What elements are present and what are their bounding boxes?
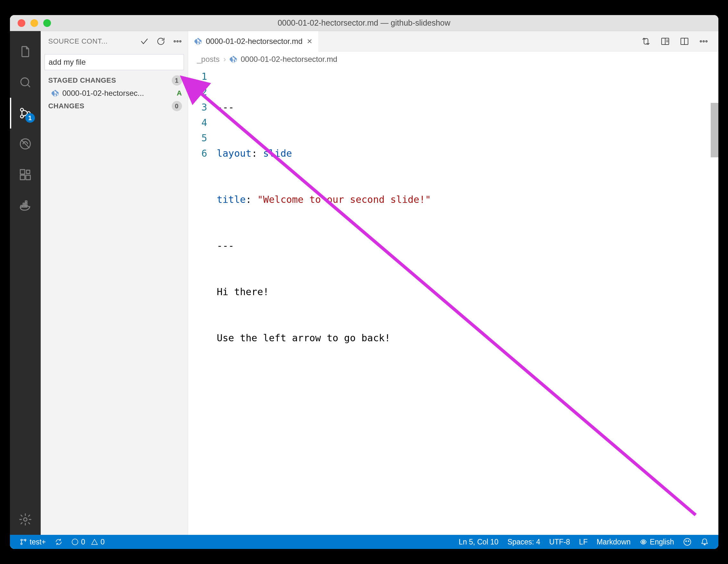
docker-view-icon[interactable]	[10, 190, 41, 221]
commit-icon[interactable]	[139, 36, 149, 46]
breadcrumbs[interactable]: _posts › 0000-01-02-hectorsector.md	[188, 52, 718, 67]
status-indentation[interactable]: Spaces: 4	[503, 535, 545, 549]
window-controls	[10, 19, 51, 27]
tab-bar: 0000-01-02-hectorsector.md ×	[188, 31, 718, 52]
titlebar: 0000-01-02-hectorsector.md — github-slid…	[10, 15, 718, 31]
svg-point-12	[179, 41, 181, 42]
scm-header-actions	[139, 36, 183, 46]
minimap[interactable]	[711, 103, 718, 157]
svg-point-10	[174, 41, 176, 42]
code-editor[interactable]: 123456 --- layout: slide title: "Welcome…	[188, 67, 718, 535]
window-title: 0000-01-02-hectorsector.md — github-slid…	[10, 18, 718, 28]
editor-tab-active[interactable]: 0000-01-02-hectorsector.md ×	[188, 31, 319, 52]
file-git-icon	[52, 90, 59, 97]
commit-message-input[interactable]	[45, 54, 184, 70]
code-content: --- layout: slide title: "Welcome to our…	[217, 67, 718, 535]
staged-file-status: A	[177, 89, 182, 97]
settings-gear-icon[interactable]	[10, 504, 41, 535]
staged-changes-header[interactable]: STAGED CHANGES 1	[41, 73, 188, 87]
svg-point-9	[23, 518, 27, 521]
svg-point-17	[706, 40, 707, 42]
search-view-icon[interactable]	[10, 67, 41, 98]
svg-point-24	[685, 541, 686, 542]
svg-rect-8	[26, 170, 30, 174]
tab-file-name: 0000-01-02-hectorsector.md	[206, 37, 303, 46]
chevron-right-icon: ›	[223, 55, 226, 64]
tab-file-icon	[194, 38, 202, 45]
status-feedback-icon[interactable]	[679, 535, 696, 549]
tab-close-icon[interactable]: ×	[307, 37, 312, 46]
staged-changes-label: STAGED CHANGES	[48, 76, 116, 85]
scm-panel-title: SOURCE CONT...	[48, 37, 139, 46]
extensions-view-icon[interactable]	[10, 159, 41, 190]
status-sync[interactable]	[50, 535, 67, 549]
close-window[interactable]	[18, 19, 25, 27]
explorer-view-icon[interactable]	[10, 36, 41, 67]
staged-file-name: 0000-01-02-hectorsec...	[62, 89, 173, 98]
minimize-window[interactable]	[30, 19, 38, 27]
svg-rect-7	[26, 175, 30, 180]
debug-view-icon[interactable]	[10, 129, 41, 159]
editor-actions	[640, 36, 718, 47]
staged-file-row[interactable]: 0000-01-02-hectorsec... A	[41, 87, 188, 99]
breadcrumb-file-icon	[230, 56, 237, 63]
refresh-icon[interactable]	[156, 36, 166, 46]
scm-view-icon[interactable]: 1	[10, 98, 41, 129]
preview-icon[interactable]	[659, 36, 671, 47]
status-problems[interactable]: 0 0	[67, 535, 109, 549]
status-branch[interactable]: test+	[15, 535, 51, 549]
svg-point-16	[703, 40, 704, 42]
workbench-body: 1 SOURCE CONT...	[10, 31, 718, 535]
activity-bar: 1	[10, 31, 41, 535]
status-bar: test+ 0 0 Ln 5, Col 10 Spaces: 4 UTF-8 L…	[10, 535, 718, 549]
more-icon[interactable]	[172, 36, 183, 46]
svg-point-15	[700, 40, 702, 42]
svg-point-23	[684, 538, 691, 545]
staged-changes-count: 1	[172, 75, 182, 86]
changes-header[interactable]: CHANGES 0	[41, 99, 188, 113]
breadcrumb-folder: _posts	[197, 55, 220, 64]
status-notifications-icon[interactable]	[696, 535, 713, 549]
commit-message-wrap	[41, 52, 188, 73]
status-language[interactable]: Markdown	[592, 535, 635, 549]
zoom-window[interactable]	[43, 19, 51, 27]
status-eol[interactable]: LF	[575, 535, 592, 549]
editor-more-icon[interactable]	[698, 36, 709, 47]
line-numbers: 123456	[188, 67, 217, 535]
scm-badge: 1	[25, 113, 35, 123]
split-editor-icon[interactable]	[679, 36, 690, 47]
svg-rect-6	[20, 175, 25, 180]
scm-panel-header: SOURCE CONT...	[41, 31, 188, 52]
vscode-window: 0000-01-02-hectorsector.md — github-slid…	[10, 15, 718, 549]
status-cursor-pos[interactable]: Ln 5, Col 10	[454, 535, 503, 549]
compare-changes-icon[interactable]	[640, 36, 652, 47]
svg-rect-5	[20, 170, 25, 174]
svg-point-22	[643, 541, 644, 543]
svg-point-25	[688, 541, 689, 542]
scm-sidebar: SOURCE CONT... STAGED CHANGES 1 0000-01-…	[41, 31, 188, 535]
breadcrumb-file: 0000-01-02-hectorsector.md	[241, 55, 337, 64]
changes-label: CHANGES	[48, 102, 85, 110]
editor-group: 0000-01-02-hectorsector.md × _posts › 00…	[188, 31, 718, 535]
changes-count: 0	[172, 101, 182, 111]
status-encoding[interactable]: UTF-8	[545, 535, 575, 549]
status-spellcheck[interactable]: English	[635, 535, 678, 549]
svg-point-11	[177, 41, 178, 42]
